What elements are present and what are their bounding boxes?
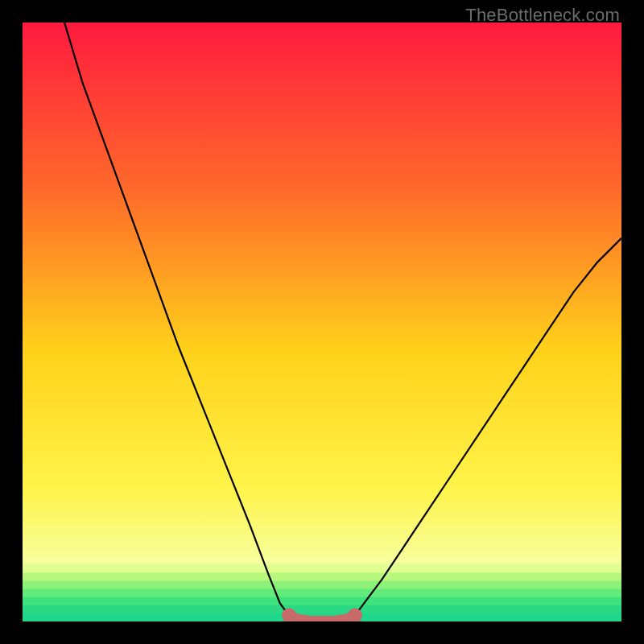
gradient-background [23,23,621,621]
plot-area [23,23,621,621]
green-band [23,589,621,598]
bottleneck-chart [23,23,621,621]
green-band [23,564,621,573]
green-band [23,597,621,606]
green-band [23,605,621,614]
chart-frame: TheBottleneck.com [0,0,644,644]
green-bands [23,564,621,621]
green-band [23,581,621,590]
green-band [23,572,621,581]
